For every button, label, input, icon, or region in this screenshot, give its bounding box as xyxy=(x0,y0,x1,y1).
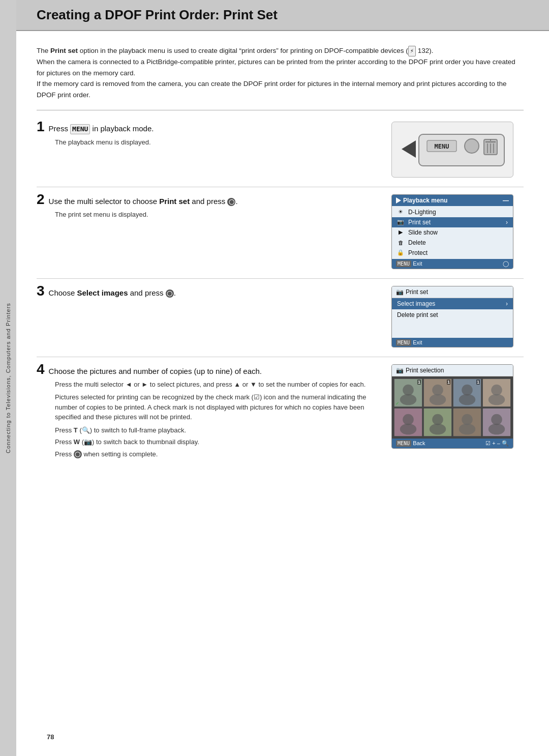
menu-exit-label: MENU Exit xyxy=(396,260,422,267)
camera-illustration: MENU xyxy=(391,122,513,178)
thumb-3-num: 1 xyxy=(476,380,480,385)
print-set-delete: Delete print set xyxy=(392,309,513,321)
playback-icon xyxy=(396,197,401,203)
playback-menu-screen: Playback menu — ☀ D-Lighting 📷 Print set… xyxy=(391,194,513,269)
playback-menu-title: Playback menu xyxy=(396,197,447,204)
svg-point-22 xyxy=(489,394,505,405)
step-2-header: 2 Use the multi selector to choose Print… xyxy=(37,192,381,207)
step-1-illustration: MENU xyxy=(391,122,524,178)
step-2-left: 2 Use the multi selector to choose Print… xyxy=(37,192,381,222)
playback-menu-body: ☀ D-Lighting 📷 Print set › ▶ Slide show xyxy=(392,206,513,259)
select-images-chevron: › xyxy=(506,300,508,307)
step-4-illustration: 📷 Print selection 1 ✓ xyxy=(391,364,524,449)
print-set-icon: 📷 xyxy=(396,288,404,296)
step-4-sub: Press the multi selector ◄ or ► to selec… xyxy=(55,380,381,459)
slideshow-icon: ▶ xyxy=(397,229,404,236)
svg-text:MENU: MENU xyxy=(435,143,449,150)
step-3: 3 Choose Select images and press ◯. 📷 Pr… xyxy=(37,284,524,357)
slideshow-label: Slide show xyxy=(408,229,438,236)
step-1-left: 1 Press MENU in playback mode. The playb… xyxy=(37,120,381,150)
step-4-number: 4 xyxy=(37,362,45,376)
thumb-4 xyxy=(482,379,511,407)
print-set-spacer xyxy=(392,321,513,336)
page-wrapper: Connecting to Televisions, Computers and… xyxy=(0,0,549,756)
step-1-title: Press MENU in playback mode. xyxy=(49,123,154,134)
delete-icon: 🗑 xyxy=(397,240,404,246)
svg-point-28 xyxy=(430,423,446,434)
print-set-exit: MENU Exit xyxy=(396,339,422,345)
print-selection-footer: MENU Back ☑ + – 🔍 xyxy=(392,439,513,448)
delete-print-set-text: Delete print set xyxy=(397,311,438,318)
thumb-2-num: 1 xyxy=(447,380,450,385)
print-set-label: Print set xyxy=(159,197,190,206)
thumb-8 xyxy=(482,408,511,437)
thumb-3: 1 xyxy=(453,379,481,407)
step-4-title: Choose the pictures and number of copies… xyxy=(49,366,262,376)
menu-help-icon: ◯ xyxy=(503,260,509,267)
svg-point-12 xyxy=(403,384,414,395)
print-selection-title: Print selection xyxy=(406,367,444,374)
print-sel-back: MENU Back xyxy=(396,440,425,446)
thumb-1-check: ✓ xyxy=(395,401,400,406)
thumb-4-img xyxy=(483,379,510,406)
menu-item-protect: 🔒 Protect xyxy=(392,248,513,258)
svg-point-34 xyxy=(489,423,505,434)
dlighting-icon: ☀ xyxy=(397,209,404,215)
delete-label: Delete xyxy=(408,239,426,246)
step-2: 2 Use the multi selector to choose Print… xyxy=(37,192,524,279)
step-3-illustration: 📷 Print set Select images › Delete print… xyxy=(391,286,524,347)
menu-item-printset: 📷 Print set › xyxy=(392,217,513,227)
step-3-title: Choose Select images and press ◯. xyxy=(49,287,176,298)
svg-point-31 xyxy=(459,423,475,434)
select-images-label: Select images xyxy=(77,288,128,297)
step-4-sub-4: Press W (📷) to switch back to thumbnail … xyxy=(55,437,381,447)
print-set-header: 📷 Print set xyxy=(392,286,513,298)
thumb-5-img xyxy=(394,409,422,436)
print-selection-icon: 📷 xyxy=(396,367,404,374)
thumb-1: 1 ✓ xyxy=(394,379,422,407)
camera-svg: MENU xyxy=(396,125,508,173)
svg-point-33 xyxy=(491,414,502,425)
svg-point-15 xyxy=(432,384,443,395)
svg-point-24 xyxy=(403,414,414,425)
svg-marker-0 xyxy=(402,140,416,158)
thumb-8-img xyxy=(483,409,510,436)
step-1-number: 1 xyxy=(37,120,45,134)
dlighting-label: D-Lighting xyxy=(408,209,436,216)
step-4: 4 Choose the pictures and number of copi… xyxy=(37,362,524,471)
print-set-bold: Print set xyxy=(50,47,78,54)
thumb-6 xyxy=(423,408,452,437)
print-selection-header: 📷 Print selection xyxy=(392,365,513,376)
thumb-5 xyxy=(394,408,422,437)
print-set-screen: 📷 Print set Select images › Delete print… xyxy=(391,286,513,347)
thumb-7-img xyxy=(453,409,481,436)
print-sel-controls: ☑ + – 🔍 xyxy=(485,440,509,447)
step-2-title: Use the multi selector to choose Print s… xyxy=(49,196,238,207)
side-tab: Connecting to Televisions, Computers and… xyxy=(0,0,16,756)
step-2-sub-text: The print set menu is displayed. xyxy=(55,210,381,220)
intro-text: The Print set option in the playback men… xyxy=(37,45,524,101)
step-4-sub-3: Press T (🔍) to switch to full-frame play… xyxy=(55,425,381,435)
ref-icon: ⚡ xyxy=(408,46,416,56)
step-1: 1 Press MENU in playback mode. The playb… xyxy=(37,120,524,187)
protect-icon: 🔒 xyxy=(397,249,404,256)
printset-icon: 📷 xyxy=(397,219,404,225)
main-content: Creating a DPOF Print Order: Print Set T… xyxy=(16,0,549,756)
menu-key: MENU xyxy=(70,124,90,134)
print-selection-screen: 📷 Print selection 1 ✓ xyxy=(391,364,513,449)
step-2-sub: The print set menu is displayed. xyxy=(55,210,381,220)
ok-btn-4: ◯ xyxy=(74,450,82,458)
playback-menu-header: Playback menu — xyxy=(392,195,513,206)
protect-label: Protect xyxy=(408,249,428,256)
select-images-text: Select images xyxy=(397,300,435,307)
page-number: 78 xyxy=(47,733,54,741)
step-3-left: 3 Choose Select images and press ◯. xyxy=(37,284,381,301)
thumb-7 xyxy=(453,408,481,437)
step-1-sub: The playback menu is displayed. xyxy=(55,137,381,148)
step-4-sub-2: Pictures selected for printing can be re… xyxy=(55,392,381,422)
playback-menu-label: Playback menu xyxy=(403,197,447,204)
print-set-title: Print set xyxy=(406,288,428,296)
svg-point-13 xyxy=(400,394,416,405)
svg-point-21 xyxy=(491,384,502,395)
page-title: Creating a DPOF Print Order: Print Set xyxy=(37,7,529,23)
